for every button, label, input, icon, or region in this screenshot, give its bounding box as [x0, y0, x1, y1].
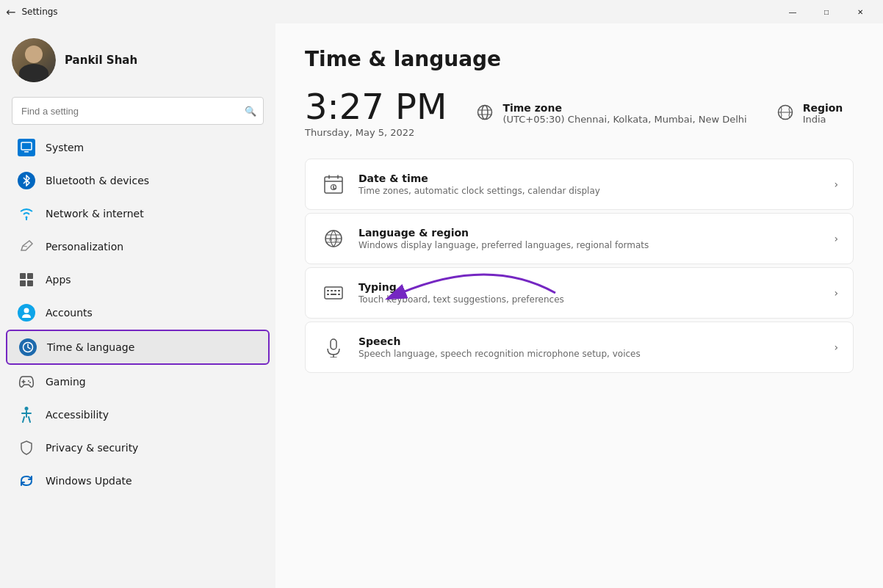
time-header: 3:27 PM Thursday, May 5, 2022 Time zone … — [305, 89, 854, 138]
minimize-button[interactable]: — — [776, 0, 810, 23]
svg-rect-4 — [27, 273, 33, 279]
language-text: Language & region Windows display langua… — [358, 227, 822, 250]
svg-rect-1 — [24, 151, 29, 153]
sidebar-item-system[interactable]: System — [6, 131, 270, 164]
settings-card-typing[interactable]: Typing Touch keyboard, text suggestions,… — [305, 267, 854, 319]
avatar — [12, 38, 56, 82]
current-date: Thursday, May 5, 2022 — [305, 127, 447, 138]
sidebar-item-label-network: Network & internet — [46, 208, 144, 219]
sidebar-item-gaming[interactable]: Gaming — [6, 366, 270, 398]
sidebar-item-personalization[interactable]: Personalization — [6, 231, 270, 263]
svg-point-13 — [482, 106, 488, 120]
sidebar-item-label-privacy: Privacy & security — [46, 442, 138, 454]
settings-card-datetime[interactable]: Date & time Time zones, automatic clock … — [305, 159, 854, 210]
search-icon: 🔍 — [245, 106, 256, 117]
gaming-icon — [18, 373, 35, 391]
timezone-block: Time zone (UTC+05:30) Chennai, Kolkata, … — [476, 102, 746, 125]
svg-point-10 — [29, 382, 31, 383]
svg-rect-24 — [338, 290, 340, 291]
svg-rect-3 — [20, 273, 26, 279]
search-box: 🔍 — [12, 97, 264, 125]
typing-text: Typing Touch keyboard, text suggestions,… — [358, 281, 822, 305]
svg-rect-29 — [331, 339, 336, 349]
maximize-button[interactable]: □ — [810, 0, 843, 23]
language-chevron: › — [834, 233, 838, 244]
svg-rect-6 — [27, 280, 33, 286]
timezone-icon — [476, 104, 494, 125]
datetime-chevron: › — [834, 178, 838, 190]
sidebar-item-label-apps: Apps — [46, 274, 71, 286]
settings-card-speech[interactable]: Speech Speech language, speech recogniti… — [305, 322, 854, 373]
sidebar-item-label-update: Windows Update — [46, 475, 132, 487]
bluetooth-icon — [18, 172, 35, 189]
svg-rect-5 — [20, 280, 26, 286]
language-desc: Windows display language, preferred lang… — [358, 240, 822, 250]
datetime-desc: Time zones, automatic clock settings, ca… — [358, 186, 822, 196]
sidebar-item-bluetooth[interactable]: Bluetooth & devices — [6, 164, 270, 197]
svg-point-2 — [26, 217, 28, 219]
region-block: Region India — [776, 102, 843, 125]
user-profile[interactable]: Pankil Shah — [0, 23, 275, 94]
speech-chevron: › — [834, 341, 838, 353]
sidebar-item-accounts[interactable]: Accounts — [6, 297, 270, 329]
sidebar-item-privacy[interactable]: Privacy & security — [6, 432, 270, 464]
app-body: Pankil Shah 🔍 System Bluetooth & devices — [0, 23, 883, 588]
svg-rect-21 — [327, 290, 329, 291]
update-icon — [18, 472, 35, 490]
sidebar-item-update[interactable]: Windows Update — [6, 465, 270, 497]
sidebar-item-label-personalization: Personalization — [46, 241, 123, 253]
sidebar-item-label-gaming: Gaming — [46, 376, 86, 388]
system-icon — [18, 139, 35, 156]
current-time: 3:27 PM — [305, 89, 447, 124]
window-controls: — □ ✕ — [776, 0, 877, 23]
sidebar-item-label-system: System — [46, 142, 84, 153]
apps-icon — [18, 271, 35, 288]
sidebar-item-label-bluetooth: Bluetooth & devices — [46, 175, 149, 186]
sidebar-item-accessibility[interactable]: Accessibility — [6, 399, 270, 431]
typing-icon — [320, 280, 347, 306]
sidebar: Pankil Shah 🔍 System Bluetooth & devices — [0, 23, 275, 588]
accessibility-icon — [18, 406, 35, 424]
user-name: Pankil Shah — [65, 54, 137, 67]
titlebar: ← Settings — □ ✕ — [0, 0, 883, 23]
sidebar-item-network[interactable]: Network & internet — [6, 197, 270, 230]
main-content: Time & language 3:27 PM Thursday, May 5,… — [275, 23, 883, 588]
speech-desc: Speech language, speech recognition micr… — [358, 349, 822, 359]
sidebar-item-time[interactable]: Time & language — [6, 330, 270, 365]
personalization-icon — [18, 238, 35, 255]
typing-desc: Touch keyboard, text suggestions, prefer… — [358, 294, 822, 305]
svg-rect-23 — [334, 290, 336, 291]
timezone-value: (UTC+05:30) Chennai, Kolkata, Mumbai, Ne… — [502, 114, 746, 125]
typing-chevron: › — [834, 287, 838, 299]
page-title: Time & language — [305, 47, 854, 71]
close-button[interactable]: ✕ — [843, 0, 877, 23]
settings-card-language[interactable]: Aあ Language & region Windows display lan… — [305, 213, 854, 264]
svg-rect-20 — [325, 287, 342, 299]
time-info: Time zone (UTC+05:30) Chennai, Kolkata, … — [476, 102, 843, 125]
sidebar-item-label-time: Time & language — [47, 341, 134, 353]
svg-rect-26 — [331, 294, 336, 295]
datetime-title: Date & time — [358, 173, 822, 184]
time-display: 3:27 PM Thursday, May 5, 2022 — [305, 89, 447, 138]
svg-rect-22 — [331, 290, 333, 291]
sidebar-item-label-accounts: Accounts — [46, 307, 93, 319]
sidebar-item-apps[interactable]: Apps — [6, 264, 270, 296]
language-icon: Aあ — [320, 225, 347, 252]
svg-point-9 — [28, 380, 29, 382]
accounts-icon — [18, 304, 35, 322]
back-button[interactable]: ← — [6, 5, 15, 19]
svg-point-7 — [24, 308, 29, 313]
search-input[interactable] — [12, 97, 264, 125]
privacy-icon — [18, 439, 35, 457]
typing-title: Typing — [358, 281, 822, 293]
settings-list: Date & time Time zones, automatic clock … — [305, 159, 854, 373]
timezone-info: Time zone (UTC+05:30) Chennai, Kolkata, … — [502, 102, 746, 125]
sidebar-nav: System Bluetooth & devices Network & int… — [0, 131, 275, 498]
region-info: Region India — [803, 102, 843, 125]
speech-icon — [320, 334, 347, 360]
datetime-text: Date & time Time zones, automatic clock … — [358, 173, 822, 196]
svg-point-12 — [478, 106, 492, 120]
speech-title: Speech — [358, 335, 822, 347]
svg-rect-0 — [21, 142, 32, 150]
svg-point-11 — [25, 407, 29, 410]
